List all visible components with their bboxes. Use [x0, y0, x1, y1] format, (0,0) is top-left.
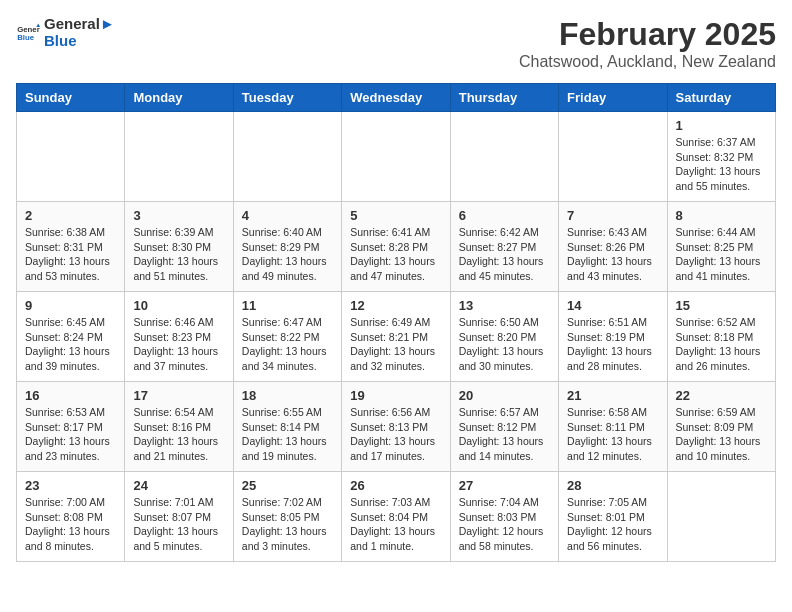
logo: General Blue General► Blue — [16, 16, 115, 49]
calendar-cell: 22Sunrise: 6:59 AM Sunset: 8:09 PM Dayli… — [667, 382, 775, 472]
weekday-header: Thursday — [450, 84, 558, 112]
day-number: 10 — [133, 298, 224, 313]
day-number: 26 — [350, 478, 441, 493]
title-area: February 2025 Chatswood, Auckland, New Z… — [519, 16, 776, 71]
day-number: 16 — [25, 388, 116, 403]
calendar-week-row: 9Sunrise: 6:45 AM Sunset: 8:24 PM Daylig… — [17, 292, 776, 382]
day-number: 7 — [567, 208, 658, 223]
calendar-week-row: 16Sunrise: 6:53 AM Sunset: 8:17 PM Dayli… — [17, 382, 776, 472]
day-info: Sunrise: 7:00 AM Sunset: 8:08 PM Dayligh… — [25, 495, 116, 554]
weekday-header: Saturday — [667, 84, 775, 112]
weekday-header: Friday — [559, 84, 667, 112]
day-info: Sunrise: 6:47 AM Sunset: 8:22 PM Dayligh… — [242, 315, 333, 374]
day-number: 23 — [25, 478, 116, 493]
day-number: 4 — [242, 208, 333, 223]
calendar-cell: 20Sunrise: 6:57 AM Sunset: 8:12 PM Dayli… — [450, 382, 558, 472]
logo-arrow: ► — [100, 15, 115, 32]
calendar-cell: 13Sunrise: 6:50 AM Sunset: 8:20 PM Dayli… — [450, 292, 558, 382]
calendar-cell: 8Sunrise: 6:44 AM Sunset: 8:25 PM Daylig… — [667, 202, 775, 292]
day-info: Sunrise: 6:53 AM Sunset: 8:17 PM Dayligh… — [25, 405, 116, 464]
day-number: 6 — [459, 208, 550, 223]
day-info: Sunrise: 6:39 AM Sunset: 8:30 PM Dayligh… — [133, 225, 224, 284]
day-number: 8 — [676, 208, 767, 223]
day-info: Sunrise: 6:56 AM Sunset: 8:13 PM Dayligh… — [350, 405, 441, 464]
calendar-cell: 12Sunrise: 6:49 AM Sunset: 8:21 PM Dayli… — [342, 292, 450, 382]
day-number: 20 — [459, 388, 550, 403]
day-number: 22 — [676, 388, 767, 403]
calendar-cell: 27Sunrise: 7:04 AM Sunset: 8:03 PM Dayli… — [450, 472, 558, 562]
weekday-header: Tuesday — [233, 84, 341, 112]
calendar-cell: 16Sunrise: 6:53 AM Sunset: 8:17 PM Dayli… — [17, 382, 125, 472]
day-info: Sunrise: 6:46 AM Sunset: 8:23 PM Dayligh… — [133, 315, 224, 374]
calendar-cell — [342, 112, 450, 202]
day-info: Sunrise: 6:40 AM Sunset: 8:29 PM Dayligh… — [242, 225, 333, 284]
day-info: Sunrise: 6:37 AM Sunset: 8:32 PM Dayligh… — [676, 135, 767, 194]
day-info: Sunrise: 7:02 AM Sunset: 8:05 PM Dayligh… — [242, 495, 333, 554]
calendar-cell: 28Sunrise: 7:05 AM Sunset: 8:01 PM Dayli… — [559, 472, 667, 562]
day-info: Sunrise: 6:44 AM Sunset: 8:25 PM Dayligh… — [676, 225, 767, 284]
day-info: Sunrise: 6:41 AM Sunset: 8:28 PM Dayligh… — [350, 225, 441, 284]
day-number: 11 — [242, 298, 333, 313]
day-info: Sunrise: 6:51 AM Sunset: 8:19 PM Dayligh… — [567, 315, 658, 374]
calendar-cell: 26Sunrise: 7:03 AM Sunset: 8:04 PM Dayli… — [342, 472, 450, 562]
day-info: Sunrise: 6:43 AM Sunset: 8:26 PM Dayligh… — [567, 225, 658, 284]
day-number: 3 — [133, 208, 224, 223]
day-number: 19 — [350, 388, 441, 403]
day-info: Sunrise: 6:45 AM Sunset: 8:24 PM Dayligh… — [25, 315, 116, 374]
day-info: Sunrise: 6:59 AM Sunset: 8:09 PM Dayligh… — [676, 405, 767, 464]
calendar-cell: 4Sunrise: 6:40 AM Sunset: 8:29 PM Daylig… — [233, 202, 341, 292]
header: General Blue General► Blue February 2025… — [16, 16, 776, 71]
calendar-cell — [125, 112, 233, 202]
logo-icon: General Blue — [16, 21, 40, 45]
calendar-week-row: 2Sunrise: 6:38 AM Sunset: 8:31 PM Daylig… — [17, 202, 776, 292]
calendar-cell: 11Sunrise: 6:47 AM Sunset: 8:22 PM Dayli… — [233, 292, 341, 382]
day-info: Sunrise: 6:57 AM Sunset: 8:12 PM Dayligh… — [459, 405, 550, 464]
day-info: Sunrise: 6:50 AM Sunset: 8:20 PM Dayligh… — [459, 315, 550, 374]
weekday-header: Sunday — [17, 84, 125, 112]
day-info: Sunrise: 7:03 AM Sunset: 8:04 PM Dayligh… — [350, 495, 441, 554]
day-number: 24 — [133, 478, 224, 493]
calendar-week-row: 23Sunrise: 7:00 AM Sunset: 8:08 PM Dayli… — [17, 472, 776, 562]
svg-text:General: General — [17, 24, 40, 33]
calendar-week-row: 1Sunrise: 6:37 AM Sunset: 8:32 PM Daylig… — [17, 112, 776, 202]
day-info: Sunrise: 7:04 AM Sunset: 8:03 PM Dayligh… — [459, 495, 550, 554]
day-info: Sunrise: 6:42 AM Sunset: 8:27 PM Dayligh… — [459, 225, 550, 284]
calendar-cell: 3Sunrise: 6:39 AM Sunset: 8:30 PM Daylig… — [125, 202, 233, 292]
day-number: 18 — [242, 388, 333, 403]
calendar-cell — [233, 112, 341, 202]
calendar-cell: 18Sunrise: 6:55 AM Sunset: 8:14 PM Dayli… — [233, 382, 341, 472]
day-info: Sunrise: 6:38 AM Sunset: 8:31 PM Dayligh… — [25, 225, 116, 284]
calendar-cell — [559, 112, 667, 202]
calendar-cell: 1Sunrise: 6:37 AM Sunset: 8:32 PM Daylig… — [667, 112, 775, 202]
calendar-cell: 15Sunrise: 6:52 AM Sunset: 8:18 PM Dayli… — [667, 292, 775, 382]
calendar-cell: 2Sunrise: 6:38 AM Sunset: 8:31 PM Daylig… — [17, 202, 125, 292]
calendar-cell: 14Sunrise: 6:51 AM Sunset: 8:19 PM Dayli… — [559, 292, 667, 382]
day-number: 28 — [567, 478, 658, 493]
calendar-cell: 17Sunrise: 6:54 AM Sunset: 8:16 PM Dayli… — [125, 382, 233, 472]
calendar: SundayMondayTuesdayWednesdayThursdayFrid… — [16, 83, 776, 562]
day-number: 17 — [133, 388, 224, 403]
calendar-cell: 19Sunrise: 6:56 AM Sunset: 8:13 PM Dayli… — [342, 382, 450, 472]
day-number: 15 — [676, 298, 767, 313]
calendar-cell: 10Sunrise: 6:46 AM Sunset: 8:23 PM Dayli… — [125, 292, 233, 382]
calendar-cell: 21Sunrise: 6:58 AM Sunset: 8:11 PM Dayli… — [559, 382, 667, 472]
day-number: 2 — [25, 208, 116, 223]
calendar-cell: 25Sunrise: 7:02 AM Sunset: 8:05 PM Dayli… — [233, 472, 341, 562]
calendar-cell — [450, 112, 558, 202]
day-number: 13 — [459, 298, 550, 313]
day-info: Sunrise: 7:05 AM Sunset: 8:01 PM Dayligh… — [567, 495, 658, 554]
calendar-cell: 9Sunrise: 6:45 AM Sunset: 8:24 PM Daylig… — [17, 292, 125, 382]
calendar-cell — [17, 112, 125, 202]
page-title: February 2025 — [519, 16, 776, 53]
svg-text:Blue: Blue — [17, 33, 35, 42]
weekday-header: Wednesday — [342, 84, 450, 112]
calendar-cell: 23Sunrise: 7:00 AM Sunset: 8:08 PM Dayli… — [17, 472, 125, 562]
day-number: 9 — [25, 298, 116, 313]
logo-general: General — [44, 15, 100, 32]
calendar-cell — [667, 472, 775, 562]
calendar-cell: 7Sunrise: 6:43 AM Sunset: 8:26 PM Daylig… — [559, 202, 667, 292]
calendar-cell: 6Sunrise: 6:42 AM Sunset: 8:27 PM Daylig… — [450, 202, 558, 292]
calendar-cell: 24Sunrise: 7:01 AM Sunset: 8:07 PM Dayli… — [125, 472, 233, 562]
day-info: Sunrise: 6:49 AM Sunset: 8:21 PM Dayligh… — [350, 315, 441, 374]
day-info: Sunrise: 6:52 AM Sunset: 8:18 PM Dayligh… — [676, 315, 767, 374]
